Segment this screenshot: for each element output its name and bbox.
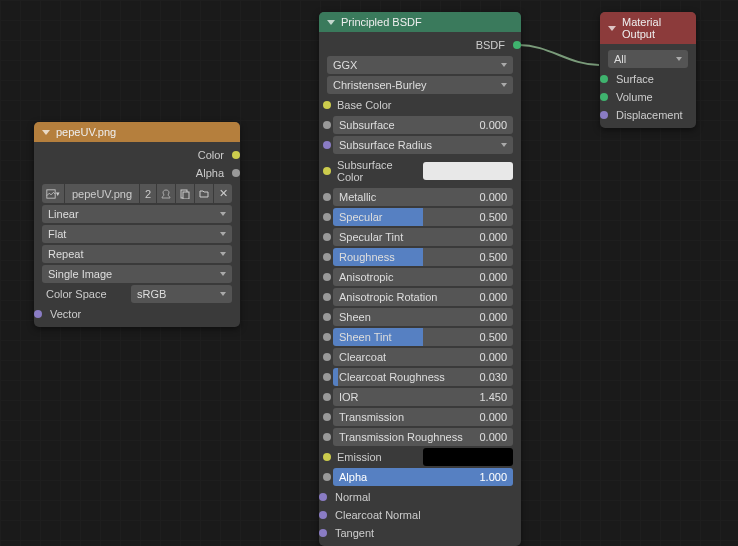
image-users[interactable]: 2	[140, 184, 156, 203]
socket-volume[interactable]	[600, 93, 608, 101]
node-title: Principled BSDF	[341, 16, 422, 28]
clearcoat-field[interactable]: Clearcoat0.000	[333, 348, 513, 366]
socket-normal[interactable]	[319, 493, 327, 501]
output-alpha: Alpha	[38, 164, 236, 182]
socket-sss-radius[interactable]	[323, 141, 331, 149]
subsurface-field[interactable]: Subsurface0.000	[333, 116, 513, 134]
socket-anisotropic[interactable]	[323, 273, 331, 281]
clearcoat-normal-label: Clearcoat Normal	[335, 509, 421, 521]
roughness-field[interactable]: Roughness0.500	[333, 248, 513, 266]
socket-tangent[interactable]	[319, 529, 327, 537]
sheen-field[interactable]: Sheen0.000	[333, 308, 513, 326]
open-image-icon[interactable]	[195, 184, 213, 203]
transmission-roughness-field[interactable]: Transmission Roughness0.000	[333, 428, 513, 446]
ior-field[interactable]: IOR1.450	[333, 388, 513, 406]
base-color-swatch[interactable]	[423, 96, 513, 114]
projection-select[interactable]: Flat	[42, 225, 232, 243]
svg-rect-2	[183, 192, 189, 199]
socket-anisotropic-rotation[interactable]	[323, 293, 331, 301]
socket-alpha-out[interactable]	[232, 169, 240, 177]
target-select[interactable]: All	[608, 50, 688, 68]
source-select[interactable]: Single Image	[42, 265, 232, 283]
sss-color-swatch[interactable]	[423, 162, 513, 180]
sheen-tint-field[interactable]: Sheen Tint0.500	[333, 328, 513, 346]
tangent-label: Tangent	[335, 527, 374, 539]
node-header[interactable]: Principled BSDF	[319, 12, 521, 32]
colorspace-label: Color Space	[42, 285, 127, 303]
socket-alpha[interactable]	[323, 473, 331, 481]
socket-specular-tint[interactable]	[323, 233, 331, 241]
socket-roughness[interactable]	[323, 253, 331, 261]
node-principled-bsdf[interactable]: Principled BSDF BSDF GGX Christensen-Bur…	[319, 12, 521, 546]
input-vector: Vector	[38, 305, 236, 323]
socket-sss-color[interactable]	[323, 167, 331, 175]
distribution-select[interactable]: GGX	[327, 56, 513, 74]
image-name-field[interactable]: pepeUV.png	[65, 184, 139, 203]
socket-emission[interactable]	[323, 453, 331, 461]
socket-bsdf-out[interactable]	[513, 41, 521, 49]
sss-color-label: Subsurface Color	[333, 156, 419, 186]
output-bsdf: BSDF	[323, 36, 517, 54]
node-header[interactable]: Material Output	[600, 12, 696, 44]
surface-label: Surface	[616, 73, 654, 85]
socket-color-out[interactable]	[232, 151, 240, 159]
sss-method-select[interactable]: Christensen-Burley	[327, 76, 513, 94]
node-title: pepeUV.png	[56, 126, 116, 138]
unlink-image-icon[interactable]: ✕	[214, 184, 232, 203]
node-title: Material Output	[622, 16, 688, 40]
socket-ior[interactable]	[323, 393, 331, 401]
socket-sheen[interactable]	[323, 313, 331, 321]
emission-label: Emission	[333, 448, 419, 466]
fake-user-icon[interactable]	[157, 184, 175, 203]
colorspace-select[interactable]: sRGB	[131, 285, 232, 303]
browse-image-icon[interactable]: ▾	[42, 184, 64, 203]
socket-sheen-tint[interactable]	[323, 333, 331, 341]
socket-base-color[interactable]	[323, 101, 331, 109]
base-color-label: Base Color	[333, 96, 419, 114]
socket-subsurface[interactable]	[323, 121, 331, 129]
collapse-icon[interactable]	[608, 26, 616, 31]
socket-transmission[interactable]	[323, 413, 331, 421]
output-color: Color	[38, 146, 236, 164]
socket-specular[interactable]	[323, 213, 331, 221]
subsurface-radius-expand[interactable]: Subsurface Radius	[333, 136, 513, 154]
socket-clearcoat-roughness[interactable]	[323, 373, 331, 381]
socket-vector-in[interactable]	[34, 310, 42, 318]
node-material-output[interactable]: Material Output All Surface Volume Displ…	[600, 12, 696, 128]
emission-swatch[interactable]	[423, 448, 513, 466]
node-image-texture[interactable]: pepeUV.png Color Alpha ▾ pepeUV.png 2	[34, 122, 240, 327]
socket-surface[interactable]	[600, 75, 608, 83]
anisotropic-field[interactable]: Anisotropic0.000	[333, 268, 513, 286]
specular-tint-field[interactable]: Specular Tint0.000	[333, 228, 513, 246]
alpha-field[interactable]: Alpha1.000	[333, 468, 513, 486]
metallic-field[interactable]: Metallic0.000	[333, 188, 513, 206]
new-image-icon[interactable]	[176, 184, 194, 203]
normal-label: Normal	[335, 491, 370, 503]
socket-metallic[interactable]	[323, 193, 331, 201]
displacement-label: Displacement	[616, 109, 683, 121]
collapse-icon[interactable]	[327, 20, 335, 25]
specular-field[interactable]: Specular0.500	[333, 208, 513, 226]
socket-clearcoat[interactable]	[323, 353, 331, 361]
socket-transmission-roughness[interactable]	[323, 433, 331, 441]
node-header[interactable]: pepeUV.png	[34, 122, 240, 142]
clearcoat-roughness-field[interactable]: Clearcoat Roughness0.030	[333, 368, 513, 386]
volume-label: Volume	[616, 91, 653, 103]
anisotropic-rotation-field[interactable]: Anisotropic Rotation0.000	[333, 288, 513, 306]
interpolation-select[interactable]: Linear	[42, 205, 232, 223]
collapse-icon[interactable]	[42, 130, 50, 135]
socket-displacement[interactable]	[600, 111, 608, 119]
image-selector[interactable]: ▾ pepeUV.png 2 ✕	[42, 184, 232, 203]
extension-select[interactable]: Repeat	[42, 245, 232, 263]
socket-clearcoat-normal[interactable]	[319, 511, 327, 519]
transmission-field[interactable]: Transmission0.000	[333, 408, 513, 426]
